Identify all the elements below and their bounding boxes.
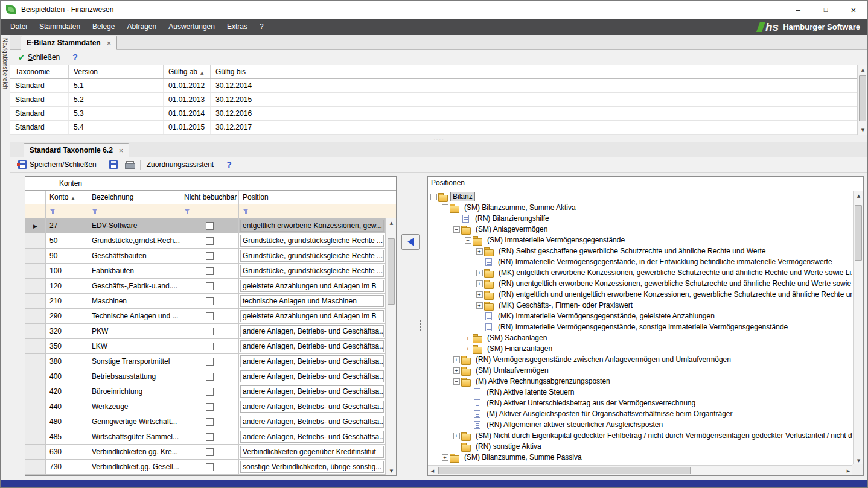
vertical-splitter-handle[interactable] [420,320,421,331]
filter-funnel-icon[interactable] [49,208,56,215]
scrollbar-track[interactable] [858,74,867,125]
menu-item-abfragen[interactable]: Abfragen [121,19,162,35]
tree-node[interactable]: +(SM) Sachanlagen [429,332,852,343]
taxonomie-row[interactable]: Standard5.301.01.201430.12.2016 [10,107,857,121]
column-header-taxonomie[interactable]: Taxonomie [10,65,69,78]
menu-item-extras[interactable]: Extras [221,19,254,35]
tree-node[interactable]: (RN) Allgemeiner aktiver steuerlicher Au… [429,419,852,430]
tree-node[interactable]: +(MK) entgeltlich erworbene Konzessionen… [429,267,852,278]
konten-row[interactable]: 400Betriebsausstattungandere Anlagen, Be… [25,369,386,384]
tree-node[interactable]: +(SM) Bilanzsumme, Summe Passiva [429,452,852,463]
scrollbar-track[interactable] [437,466,844,475]
nicht-bebuchbar-checkbox[interactable] [206,343,214,350]
taxonomie-row[interactable]: Standard5.201.01.201330.12.2015 [10,93,857,107]
filter-funnel-icon[interactable] [184,208,191,215]
tree-node[interactable]: +(SM) Umlaufvermögen [429,365,852,376]
nicht-bebuchbar-checkbox[interactable] [206,358,214,366]
tree-node[interactable]: (RN) Bilanzierungshilfe [429,213,852,224]
menu-item-auswertungen[interactable]: Auswertungen [162,19,221,35]
konten-scrollbar[interactable]: ▲ ▼ [386,218,396,475]
scrollbar-thumb[interactable] [855,205,862,261]
konten-row[interactable]: 350LKWandere Anlagen, Betriebs- und Gesc… [25,339,386,354]
tab-standard-taxonomie[interactable]: Standard Taxonomie 6.2 × [24,143,129,157]
close-button[interactable]: × [840,1,867,19]
filter-funnel-icon[interactable] [92,208,98,215]
expand-icon[interactable]: + [476,270,483,276]
konten-row[interactable]: 440Werkzeugeandere Anlagen, Betriebs- un… [25,399,386,414]
filter-cell-nicht-bebuchbar[interactable] [180,204,239,218]
collapse-icon[interactable]: − [430,194,437,200]
scrollbar-thumb[interactable] [438,467,691,474]
konten-row[interactable]: 27EDV-Softwareentgeltlich erworbene Konz… [25,218,386,233]
navigation-strip[interactable]: Navigationsbereich [1,35,10,480]
tree-node[interactable]: (RN) Immaterielle Vermögensgegenstände, … [429,256,852,267]
expand-icon[interactable]: + [465,335,471,341]
upper-table-scrollbar[interactable]: ▲ ▼ [857,65,867,135]
schliessen-button[interactable]: ✔ Schließen [14,52,63,63]
scroll-down-icon[interactable]: ▼ [386,466,397,475]
scrollbar-thumb[interactable] [388,238,395,305]
help-button[interactable]: ? [69,52,81,63]
tree-node[interactable]: +(SM) Nicht durch Eigenkapital gedeckter… [429,430,852,441]
tree-node[interactable]: (RN) Aktive latente Steuern [429,387,852,398]
konten-row[interactable]: 210Maschinentechnische Anlagen und Masch… [25,294,386,309]
konten-row[interactable]: 630Verbindlichkeiten gg. Kre...Verbindli… [25,445,386,460]
minimize-button[interactable]: – [784,1,812,19]
konten-row[interactable]: 120Geschäfts-,Fabrik-u.and....geleistete… [25,279,386,294]
tree-node[interactable]: +(SM) Finanzanlagen [429,343,852,354]
scroll-down-icon[interactable]: ▼ [858,125,868,135]
column-header-gueltig-ab[interactable]: Gültig ab [164,65,211,78]
tree-node[interactable]: +(RN) entgeltlich und unentgeltlich erwo… [429,289,852,300]
expand-icon[interactable]: + [476,280,483,287]
tree-node[interactable]: +(RN) Vermögensgegenstände zwischen Anla… [429,354,852,365]
konten-row[interactable]: 320PKWandere Anlagen, Betriebs- und Gesc… [25,324,386,339]
tab-close-icon[interactable]: × [107,39,112,47]
nicht-bebuchbar-checkbox[interactable] [206,448,214,456]
nicht-bebuchbar-checkbox[interactable] [206,328,214,335]
positionen-hscrollbar[interactable]: ◀ ▶ [428,465,853,475]
expand-icon[interactable]: + [465,346,471,352]
taxonomie-row[interactable]: Standard5.401.01.201530.12.2017 [10,121,857,135]
collapse-icon[interactable]: − [453,226,460,233]
print-button[interactable] [121,160,138,170]
nicht-bebuchbar-checkbox[interactable] [206,237,214,245]
column-header-gueltig-bis[interactable]: Gültig bis [211,65,857,78]
expand-icon[interactable]: + [476,302,483,309]
nicht-bebuchbar-checkbox[interactable] [206,312,214,320]
collapse-icon[interactable]: − [465,237,471,244]
nicht-bebuchbar-checkbox[interactable] [206,267,214,275]
save-button[interactable] [106,159,121,170]
nicht-bebuchbar-checkbox[interactable] [206,433,214,441]
tree-node[interactable]: −(SM) Anlagevermögen [429,224,852,235]
column-header-version[interactable]: Version [69,65,164,78]
expand-icon[interactable]: + [476,248,483,255]
nicht-bebuchbar-checkbox[interactable] [206,373,214,381]
konten-row[interactable]: 480Geringwertige Wirtschaft...andere Anl… [25,414,386,429]
scroll-right-icon[interactable]: ▶ [844,466,853,476]
zuordnungsassistent-button[interactable]: Zuordnungsassistent [143,159,217,170]
expand-icon[interactable]: + [453,356,460,363]
assign-position-button[interactable] [401,234,420,250]
maximize-button[interactable]: □ [812,1,840,19]
filter-funnel-icon[interactable] [243,208,249,215]
column-header-konto[interactable]: Konto [46,191,88,204]
nicht-bebuchbar-checkbox[interactable] [206,418,214,426]
menu-item-belege[interactable]: Belege [86,19,121,35]
nicht-bebuchbar-checkbox[interactable] [206,403,214,411]
tree-node[interactable]: −(SM) Immaterielle Vermögensgegenstände [429,235,852,246]
tree-node[interactable]: +(RN) unentgeltlich erworbene Konzession… [429,278,852,289]
tree-node[interactable]: (MK) Immaterielle Vermögensgegenstände, … [429,311,852,322]
tree-node[interactable]: −(M) Aktive Rechnungsabgrenzungsposten [429,376,852,387]
nicht-bebuchbar-checkbox[interactable] [206,282,214,290]
konten-row[interactable]: 485Wirtschaftsgüter Sammel...andere Anla… [25,429,386,445]
collapse-icon[interactable]: − [453,378,460,385]
taxonomie-row[interactable]: Standard5.101.01.201230.12.2014 [10,79,857,93]
expand-icon[interactable]: + [453,367,460,374]
konten-row[interactable]: 90GeschäftsbautenGrundstücke, grundstück… [25,249,386,264]
scroll-down-icon[interactable]: ▼ [854,456,864,465]
tree-node[interactable]: −Bilanz [429,191,852,202]
menu-item-hilfe[interactable]: ? [254,19,270,35]
collapse-icon[interactable]: − [442,204,448,211]
horizontal-splitter[interactable]: ···· [10,135,867,142]
konten-row[interactable]: 290Technische Anlagen und ...geleistete … [25,309,386,324]
